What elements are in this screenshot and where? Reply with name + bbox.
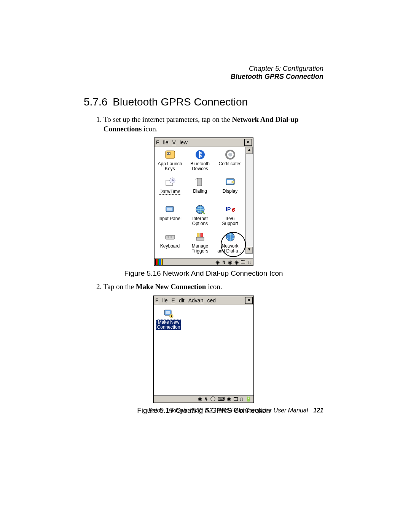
keyboard-icon[interactable]: Keyboard: [155, 231, 185, 257]
step-2: Tap on the Make New Connection icon.: [104, 282, 323, 292]
svg-text:A: A: [167, 152, 169, 155]
menu-file-2[interactable]: File: [155, 297, 168, 304]
dialing-icon[interactable]: Dialing: [185, 176, 215, 203]
connections-window: File Edit Advanced × ★ Make New Connecti…: [153, 296, 254, 403]
svg-rect-25: [196, 237, 204, 240]
svg-rect-24: [201, 233, 203, 237]
svg-text:IP: IP: [226, 206, 231, 212]
menu-advanced[interactable]: Advanced: [188, 297, 216, 304]
svg-rect-23: [197, 233, 199, 237]
control-panel-icon-grid: A App Launch Keys Bluetooth Devices Cert…: [155, 147, 245, 258]
scroll-up-button[interactable]: ▲: [246, 147, 253, 154]
scroll-track[interactable]: [246, 154, 253, 247]
svg-rect-14: [167, 208, 172, 211]
ipv6-support-icon[interactable]: IP6 IPv6 Support: [215, 203, 245, 230]
close-button[interactable]: ×: [244, 139, 252, 146]
menu-view[interactable]: View: [172, 139, 188, 145]
start-button[interactable]: [155, 259, 163, 265]
menu-bar-2: File Edit Advanced ×: [154, 296, 253, 305]
network-dialup-icon[interactable]: Network and Dial-u…: [215, 231, 245, 257]
step-1: To set up the internet parameters, tap o…: [104, 115, 323, 134]
steps-list: To set up the internet parameters, tap o…: [95, 115, 323, 134]
menu-bar: File View ×: [155, 138, 253, 147]
tray-icons: ◉ ↯ ◉ ◉ 🗔 ⎍: [215, 259, 251, 265]
svg-text:★: ★: [170, 315, 173, 318]
date-time-icon[interactable]: Date/Time: [155, 176, 185, 203]
make-new-connection-icon[interactable]: ★ Make New Connection: [156, 307, 181, 330]
manage-triggers-icon[interactable]: Manage Triggers: [185, 231, 215, 257]
svg-point-3: [196, 150, 205, 159]
section-heading: 5.7.6Bluetooth GPRS Connection: [84, 96, 323, 108]
svg-text:6: 6: [232, 206, 235, 213]
svg-rect-10: [197, 178, 202, 186]
tray-icons-2: ◉ ↯ ⓘ ⌨ ◉ 🗔 ⎍ 🔋: [198, 396, 252, 403]
menu-edit[interactable]: Edit: [172, 297, 185, 304]
svg-point-5: [228, 153, 232, 157]
taskbar-2: ◉ ↯ ⓘ ⌨ ◉ 🗔 ⎍ 🔋: [154, 395, 253, 403]
taskbar: ◉ ↯ ◉ ◉ 🗔 ⎍: [155, 258, 253, 265]
figure-1-caption: Figure 5.16 Network And Dial-up Connecti…: [84, 269, 323, 278]
scrollbar[interactable]: ▲ ▼: [245, 147, 253, 254]
header-section: Bluetooth GPRS Connection: [84, 73, 323, 81]
scroll-down-button[interactable]: ▼: [246, 247, 253, 254]
svg-rect-28: [166, 311, 170, 314]
certificates-icon[interactable]: Certificates: [215, 149, 245, 175]
control-panel-window: File View × A App Launch Keys Bluetooth …: [154, 137, 253, 266]
app-launch-keys-icon[interactable]: A App Launch Keys: [155, 149, 185, 175]
close-button-2[interactable]: ×: [245, 297, 253, 304]
menu-file[interactable]: File: [156, 139, 169, 145]
connections-icon-area: ★ Make New Connection: [154, 305, 253, 395]
input-panel-icon[interactable]: Input Panel: [155, 203, 185, 230]
header-chapter: Chapter 5: Configuration: [84, 65, 323, 73]
display-icon[interactable]: Display: [215, 176, 245, 203]
steps-list-2: Tap on the Make New Connection icon.: [95, 282, 323, 292]
bluetooth-devices-icon[interactable]: Bluetooth Devices: [185, 149, 215, 175]
internet-options-icon[interactable]: Internet Options: [185, 203, 215, 230]
page-footer: Psion Teklogix 7530 G2 Hand-Held Compute…: [148, 407, 323, 414]
